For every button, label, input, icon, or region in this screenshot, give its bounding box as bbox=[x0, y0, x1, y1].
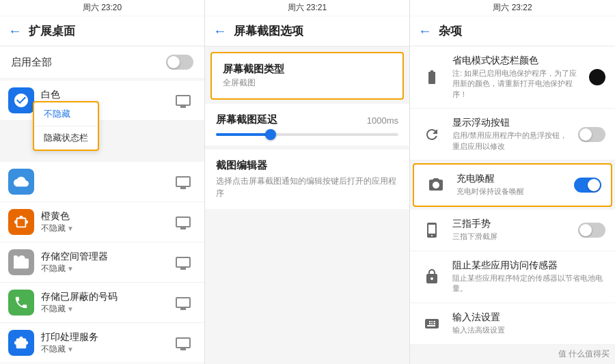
editor-card: 截图编辑器 选择点击屏幕截图通知的编辑按键后打开的应用程序 bbox=[205, 150, 409, 209]
app-item-white: 白色 不隐藏 ▼ 不隐藏 隐藏状态栏 bbox=[0, 81, 204, 121]
app-item-phone: 存储已屏蔽的号码 不隐藏 ▼ bbox=[0, 283, 204, 323]
panel-misc: 周六 23:22 ← 杂项 省电模式状态栏颜色 注: 如果已启用电池保护程序，为… bbox=[410, 0, 615, 364]
time-2: 周六 23:21 bbox=[288, 2, 327, 14]
nav-bar-3: ← 杂项 bbox=[410, 16, 615, 46]
nav-title-3: 杂项 bbox=[439, 23, 462, 39]
misc-item-charge-wake: 充电唤醒 充电时保持设备唤醒 bbox=[413, 163, 612, 207]
misc-text-gesture: 三指手势 三指下滑截屏 bbox=[452, 218, 573, 242]
slider-thumb[interactable] bbox=[265, 129, 276, 140]
misc-text-battery-color: 省电模式状态栏颜色 注: 如果已启用电池保护程序，为了应用新的颜色，请重新打开电… bbox=[452, 55, 584, 100]
dropdown-item-show[interactable]: 不隐藏 bbox=[34, 102, 98, 126]
delay-title: 屏幕截图延迟 bbox=[216, 113, 277, 126]
float-btn-icon-wrap bbox=[420, 122, 444, 147]
back-button-2[interactable]: ← bbox=[213, 23, 227, 39]
panel1-content: 启用全部 白色 不隐藏 ▼ 不隐藏 隐藏状态栏 bbox=[0, 46, 204, 364]
monitor-icon-white bbox=[176, 95, 191, 106]
app-name-phone: 存储已屏蔽的号码 bbox=[41, 291, 176, 303]
app-icon-phone bbox=[8, 290, 34, 316]
misc-item-input: 输入法设置 输入法高级设置 bbox=[410, 303, 615, 345]
delay-row: 屏幕截图延迟 1000ms bbox=[205, 104, 409, 145]
editor-desc: 选择点击屏幕截图通知的编辑按键后打开的应用程序 bbox=[216, 175, 398, 199]
monitor-icon-storage bbox=[176, 257, 191, 268]
app-info-phone: 存储已屏蔽的号码 不隐藏 ▼ bbox=[41, 291, 176, 315]
app-dropdown-print[interactable]: 不隐藏 ▼ bbox=[41, 344, 176, 355]
app-item-orange: 橙黄色 不隐藏 ▼ bbox=[0, 202, 204, 242]
app-item-cloud bbox=[0, 162, 204, 202]
misc-text-charge-wake: 充电唤醒 充电时保持设备唤醒 bbox=[456, 173, 569, 197]
app-name-print: 打印处理服务 bbox=[41, 331, 176, 344]
app-info-orange: 橙黄色 不隐藏 ▼ bbox=[41, 210, 176, 234]
nav-bar-2: ← 屏幕截图选项 bbox=[205, 16, 409, 46]
chevron-orange: ▼ bbox=[67, 225, 74, 232]
charge-wake-toggle[interactable] bbox=[574, 178, 601, 193]
app-info-storage: 存储空间管理器 不隐藏 ▼ bbox=[41, 251, 176, 275]
battery-icon bbox=[424, 69, 440, 85]
slider-fill bbox=[216, 133, 271, 136]
monitor-icon-print bbox=[176, 337, 191, 348]
status-bar-3: 周六 23:22 bbox=[410, 0, 615, 16]
panel3-content: 省电模式状态栏颜色 注: 如果已启用电池保护程序，为了应用新的颜色，请重新打开电… bbox=[410, 46, 615, 364]
monitor-icon-phone bbox=[176, 297, 191, 308]
screenshot-type-title: 屏幕截图类型 bbox=[223, 63, 392, 76]
float-btn-toggle[interactable] bbox=[578, 127, 605, 142]
panel2-content: 屏幕截图类型 全屏截图 屏幕截图延迟 1000ms 截图编辑器 选择点击屏幕截图… bbox=[205, 46, 409, 364]
gesture-icon-wrap bbox=[420, 218, 444, 242]
misc-item-float-btn: 显示浮动按钮 启用/禁用应用程序中的悬浮按钮，重启应用以修改 bbox=[410, 109, 615, 160]
misc-item-gesture: 三指手势 三指下滑截屏 bbox=[410, 210, 615, 251]
app-info-print: 打印处理服务 不隐藏 ▼ bbox=[41, 331, 176, 355]
chevron-storage: ▼ bbox=[67, 265, 74, 272]
editor-title: 截图编辑器 bbox=[216, 159, 398, 172]
app-dropdown-storage[interactable]: 不隐藏 ▼ bbox=[41, 263, 176, 275]
status-bar-2: 周六 23:21 bbox=[205, 0, 409, 16]
enable-all-toggle[interactable] bbox=[166, 55, 193, 70]
misc-title-sensor: 阻止某些应用访问传感器 bbox=[452, 260, 605, 272]
misc-action-battery bbox=[589, 69, 605, 85]
misc-item-battery-color: 省电模式状态栏颜色 注: 如果已启用电池保护程序，为了应用新的颜色，请重新打开电… bbox=[410, 46, 615, 109]
misc-desc-charge-wake: 充电时保持设备唤醒 bbox=[456, 186, 569, 197]
misc-title-charge-wake: 充电唤醒 bbox=[456, 173, 569, 185]
battery-icon-wrap bbox=[420, 65, 444, 89]
chevron-print: ▼ bbox=[67, 346, 74, 353]
time-3: 周六 23:22 bbox=[493, 2, 532, 14]
dropdown-item-hide-status[interactable]: 隐藏状态栏 bbox=[34, 126, 98, 150]
dropdown-panel-white: 不隐藏 隐藏状态栏 bbox=[33, 101, 99, 151]
app-name-orange: 橙黄色 bbox=[41, 210, 176, 223]
lock-icon bbox=[424, 268, 440, 285]
nav-title-1: 扩展桌面 bbox=[29, 23, 75, 39]
app-dropdown-phone[interactable]: 不隐藏 ▼ bbox=[41, 303, 176, 315]
back-button-3[interactable]: ← bbox=[418, 23, 432, 39]
misc-item-sensor: 阻止某些应用访问传感器 阻止某些应用程序特定的传感器以节省电池电量。 bbox=[410, 251, 615, 303]
back-button-1[interactable]: ← bbox=[8, 23, 22, 39]
misc-action-gesture bbox=[578, 223, 605, 238]
misc-title-gesture: 三指手势 bbox=[452, 218, 573, 230]
app-icon-white bbox=[8, 87, 34, 113]
app-status-print: 不隐藏 bbox=[41, 344, 66, 355]
refresh-icon bbox=[424, 126, 440, 143]
screenshot-icon bbox=[424, 222, 440, 238]
delay-value: 1000ms bbox=[367, 115, 398, 126]
nav-title-2: 屏幕截图选项 bbox=[234, 23, 303, 39]
misc-action-float bbox=[578, 127, 605, 142]
app-dropdown-orange[interactable]: 不隐藏 ▼ bbox=[41, 223, 176, 234]
nav-bar-1: ← 扩展桌面 bbox=[0, 16, 204, 46]
screenshot-type-value: 全屏截图 bbox=[223, 77, 392, 89]
gesture-toggle[interactable] bbox=[578, 223, 605, 238]
delay-slider[interactable] bbox=[216, 133, 398, 136]
panel-screenshot: 周六 23:21 ← 屏幕截图选项 屏幕截图类型 全屏截图 屏幕截图延迟 100… bbox=[205, 0, 410, 364]
app-icon-orange bbox=[8, 209, 34, 235]
misc-action-charge bbox=[574, 178, 601, 193]
sensor-icon-wrap bbox=[420, 264, 444, 289]
misc-text-input: 输入法设置 输入法高级设置 bbox=[452, 311, 605, 335]
watermark: 值 什么值得买 bbox=[558, 348, 610, 360]
misc-desc-sensor: 阻止某些应用程序特定的传感器以节省电池电量。 bbox=[452, 273, 605, 294]
app-icon-storage bbox=[8, 249, 34, 275]
input-icon-wrap bbox=[420, 311, 444, 336]
app-item-storage: 存储空间管理器 不隐藏 ▼ bbox=[0, 242, 204, 283]
misc-desc-float-btn: 启用/禁用应用程序中的悬浮按钮，重启应用以修改 bbox=[452, 130, 573, 152]
chevron-phone: ▼ bbox=[67, 305, 74, 313]
app-name-storage: 存储空间管理器 bbox=[41, 251, 176, 263]
enable-all-label: 启用全部 bbox=[11, 56, 52, 69]
app-status-phone: 不隐藏 bbox=[41, 303, 66, 315]
camera-icon bbox=[428, 177, 444, 193]
color-circle-black[interactable] bbox=[589, 69, 605, 85]
